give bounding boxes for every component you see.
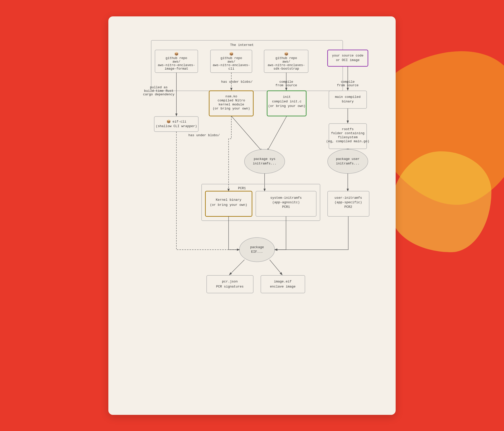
github-image-format-line2: aws/ — [172, 60, 180, 64]
arrow-sys-initramfs-to-pkg-eif — [275, 216, 286, 250]
system-initramfs-line2: (app-agnositc) — [272, 200, 300, 204]
nsm-ko-line1: nsm.ko — [226, 95, 237, 98]
pcr-json-line2: PCR signatures — [216, 285, 243, 289]
github-image-format-line4: image-format — [165, 67, 188, 71]
github-sdk-bootstrap-line4: sdk-bootstrap — [273, 67, 299, 71]
main-binary-line1: main compiled — [335, 95, 360, 99]
arrow-eif-to-image — [270, 260, 282, 275]
rootfs-line2: folder containing — [331, 131, 365, 135]
rootfs-line3: filesystem — [338, 135, 358, 139]
kernel-binary-line1: Kernel binary — [216, 198, 241, 202]
pkg-eif-line1: package — [250, 245, 264, 249]
init-line1: init — [283, 95, 291, 99]
arrow-init-to-pkg-sys — [267, 116, 287, 151]
github-image-format-line1: github repo — [166, 56, 187, 60]
eif-cli-icon: 📦 eif-cli — [167, 119, 186, 124]
pkg-sys-initramfs-line2: initramfs... — [253, 162, 276, 165]
nsm-ko-line3: kernel module — [218, 103, 244, 106]
nsm-ko-line2: compiled Nitro — [217, 99, 245, 102]
architecture-diagram: The internet 📦 github repo aws/ aws-nitr… — [116, 24, 388, 402]
nsm-ko-line4: (or bring your own) — [213, 107, 250, 110]
rootfs-line4: (eg, compiled main.go) — [326, 139, 369, 143]
pkg-sys-initramfs-line1: package sys — [254, 157, 275, 161]
github-image-format-icon: 📦 — [174, 52, 179, 56]
github-cli-line3: aws-nitro-enclaves- — [213, 63, 250, 67]
pkg-eif-circle — [239, 238, 275, 262]
image-eif-line1: image.eif — [274, 280, 292, 283]
pkg-user-initramfs-line2: initramfs... — [336, 162, 360, 165]
image-eif-line2: enclave image — [270, 285, 295, 289]
has-under-blobs1: has under blobs/ — [221, 80, 253, 84]
arrow-eif-to-pcr — [229, 260, 244, 275]
arrow-kernel-to-pkg-eif — [229, 216, 239, 250]
github-sdk-bootstrap-line1: github repo — [275, 56, 297, 60]
kernel-binary-line2: (or bring your own) — [210, 203, 247, 207]
github-cli-line1: github repo — [220, 56, 242, 60]
github-image-format-line3: aws-nitro-enclaves- — [158, 63, 195, 67]
github-cli-icon: 📦 — [229, 52, 234, 56]
github-cli-line4: cli — [228, 67, 234, 71]
internet-label: The internet — [230, 43, 254, 47]
pcr-json-line1: pcr.json — [222, 280, 238, 283]
system-initramfs-line1: system-initramfs — [270, 196, 302, 200]
arrow-user-initramfs-to-pkg-eif — [275, 216, 348, 250]
pcr1-label: PCR1 — [238, 186, 246, 190]
user-initramfs-line1: user-initramfs — [334, 196, 362, 200]
your-source-line1: your source code — [332, 54, 364, 58]
pulled-as-text2: build-time Rust — [144, 89, 173, 93]
github-sdk-bootstrap-icon: 📦 — [284, 52, 289, 56]
user-initramfs-line2: (app-specific) — [334, 200, 362, 204]
eif-cli-label: (shallow CLI wrapper) — [156, 124, 197, 128]
github-sdk-bootstrap-line3: aws-nitro-enclaves- — [268, 63, 305, 67]
github-sdk-bootstrap-line2: aws/ — [282, 60, 290, 64]
your-source-line2: or OCI image — [336, 58, 360, 62]
rootfs-line1: rootfs — [342, 127, 354, 131]
arrow-nsm-to-pkg-sys — [231, 116, 262, 151]
has-under-blobs2: has under blobs/ — [188, 133, 220, 137]
main-binary-line2: binary — [342, 100, 354, 103]
pkg-eif-line2: EIF... — [251, 250, 263, 254]
pkg-user-initramfs-circle — [328, 149, 368, 174]
github-cli-line2: aws/ — [227, 60, 235, 64]
user-initramfs-line3: PCR2 — [344, 205, 352, 209]
pulled-as-text1: pulled as — [150, 85, 168, 89]
image-eif-box — [261, 275, 305, 293]
main-card: The internet 📦 github repo aws/ aws-nitr… — [108, 16, 396, 415]
pcr-json-box — [207, 275, 253, 293]
diagram-container: The internet 📦 github repo aws/ aws-nitr… — [116, 24, 388, 402]
pkg-sys-initramfs-circle — [244, 149, 285, 174]
pulled-as-text3: cargo dependency — [143, 93, 175, 96]
pkg-user-initramfs-line1: package user — [336, 157, 360, 161]
arrow-cli-to-kernel — [229, 116, 231, 191]
init-box — [267, 91, 306, 116]
system-initramfs-line3: PCR1 — [282, 205, 290, 209]
init-line3: (or bring your own) — [268, 104, 305, 108]
eif-cli-box — [154, 117, 198, 132]
init-line2: compiled init.c — [272, 100, 301, 103]
arrow-eif-cli-to-pkg-eif — [176, 132, 239, 250]
